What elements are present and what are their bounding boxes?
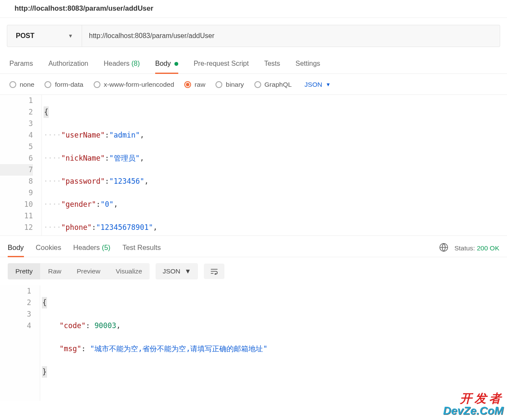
modified-dot-icon bbox=[174, 62, 178, 66]
radio-icon bbox=[9, 81, 16, 88]
body-type-raw[interactable]: raw bbox=[184, 81, 205, 88]
radio-icon bbox=[44, 81, 51, 88]
body-type-none[interactable]: none bbox=[9, 81, 34, 88]
response-code[interactable]: { "code": 90003, "msg": "城市不能为空,省份不能为空,请… bbox=[40, 285, 507, 401]
method-select[interactable]: POST ▼ bbox=[7, 25, 82, 47]
globe-icon[interactable] bbox=[439, 243, 448, 254]
response-format-label: JSON bbox=[162, 267, 180, 275]
resp-tab-cookies[interactable]: Cookies bbox=[36, 239, 62, 257]
response-view-group: Pretty Raw Preview Visualize bbox=[8, 263, 150, 279]
view-preview[interactable]: Preview bbox=[69, 263, 108, 279]
view-visualize[interactable]: Visualize bbox=[108, 263, 150, 279]
resp-tab-headers-count: (5) bbox=[102, 244, 110, 251]
request-tabs: Params Authorization Headers (8) Body Pr… bbox=[0, 54, 507, 74]
resp-tab-body[interactable]: Body bbox=[8, 239, 24, 257]
request-editor[interactable]: 1 2 3 4 5 6 7 8 9 10 11 12 { ····"userNa… bbox=[0, 95, 507, 236]
tab-body[interactable]: Body bbox=[155, 56, 178, 73]
request-title: http://localhost:8083/param/user/addUser bbox=[0, 0, 507, 18]
view-raw[interactable]: Raw bbox=[40, 263, 69, 279]
editor-code[interactable]: { ····"userName":"admin", ····"nickName"… bbox=[42, 95, 507, 235]
body-format-dropdown[interactable]: JSON ▼ bbox=[304, 81, 330, 88]
body-type-row: none form-data x-www-form-urlencoded raw… bbox=[0, 74, 507, 95]
status-value: 200 OK bbox=[477, 244, 499, 252]
response-editor[interactable]: 1 2 3 4 { "code": 90003, "msg": "城市不能为空,… bbox=[0, 285, 507, 401]
chevron-down-icon: ▼ bbox=[326, 82, 331, 88]
resp-tab-headers-label: Headers bbox=[73, 244, 100, 251]
method-label: POST bbox=[16, 32, 35, 40]
tab-headers-count: (8) bbox=[131, 60, 140, 67]
response-status: Status: 200 OK bbox=[439, 243, 499, 254]
tab-params[interactable]: Params bbox=[9, 56, 33, 73]
radio-icon bbox=[215, 81, 222, 88]
url-input[interactable]: http://localhost:8083/param/user/addUser bbox=[82, 25, 500, 47]
response-format-dropdown[interactable]: JSON ▼ bbox=[156, 263, 198, 279]
body-type-urlencoded[interactable]: x-www-form-urlencoded bbox=[94, 81, 174, 88]
editor-gutter: 1 2 3 4 5 6 7 8 9 10 11 12 bbox=[0, 95, 42, 235]
response-tabs: Body Cookies Headers (5) Test Results St… bbox=[0, 236, 507, 257]
status-label: Status: bbox=[454, 244, 475, 252]
radio-icon bbox=[254, 81, 261, 88]
tab-headers-label: Headers bbox=[104, 60, 130, 67]
body-type-binary[interactable]: binary bbox=[215, 81, 244, 88]
body-format-label: JSON bbox=[304, 81, 322, 88]
chevron-down-icon: ▼ bbox=[68, 33, 73, 39]
radio-icon bbox=[94, 81, 100, 88]
body-type-graphql[interactable]: GraphQL bbox=[254, 81, 292, 88]
tab-settings[interactable]: Settings bbox=[295, 56, 320, 73]
tab-prerequest[interactable]: Pre-request Script bbox=[194, 56, 249, 73]
tab-body-label: Body bbox=[155, 60, 171, 67]
wrap-lines-button[interactable] bbox=[204, 264, 224, 279]
tab-tests[interactable]: Tests bbox=[264, 56, 280, 73]
request-row: POST ▼ http://localhost:8083/param/user/… bbox=[7, 25, 500, 47]
tab-authorization[interactable]: Authorization bbox=[48, 56, 88, 73]
view-pretty[interactable]: Pretty bbox=[8, 263, 40, 279]
radio-selected-icon bbox=[184, 81, 191, 88]
chevron-down-icon: ▼ bbox=[185, 267, 191, 275]
body-type-form-data[interactable]: form-data bbox=[44, 81, 83, 88]
response-gutter: 1 2 3 4 bbox=[0, 285, 40, 401]
response-toolbar: Pretty Raw Preview Visualize JSON ▼ bbox=[0, 257, 507, 285]
tab-headers[interactable]: Headers (8) bbox=[104, 56, 140, 73]
resp-tab-headers[interactable]: Headers (5) bbox=[73, 239, 110, 257]
resp-tab-tests[interactable]: Test Results bbox=[122, 239, 161, 257]
